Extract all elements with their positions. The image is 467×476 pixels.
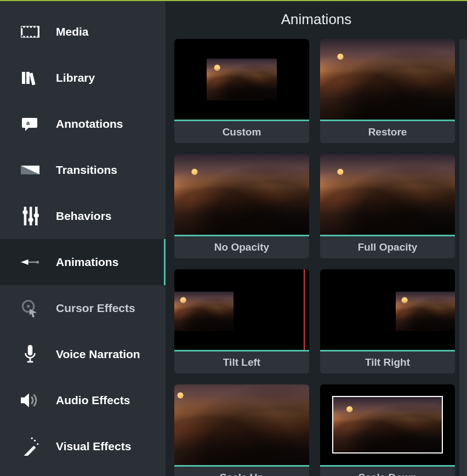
sidebar-item-label: Visual Effects [56, 440, 131, 453]
animation-card-tilt-right[interactable]: Tilt Right [320, 269, 455, 373]
svg-rect-3 [25, 26, 26, 28]
sidebar-item-visual-effects[interactable]: Visual Effects [0, 423, 166, 469]
sidebar-item-label: Voice Narration [56, 348, 140, 361]
sidebar-item-audio-effects[interactable]: Audio Effects [0, 377, 166, 423]
playhead-line [304, 269, 305, 350]
scrollbar[interactable] [459, 39, 467, 476]
animation-label: Tilt Right [320, 352, 455, 373]
motion-icon [21, 253, 39, 271]
sidebar-item-media[interactable]: Media [0, 9, 166, 55]
svg-rect-36 [22, 446, 36, 456]
animation-thumb [320, 384, 455, 467]
animation-thumb [320, 154, 455, 236]
svg-marker-16 [25, 128, 29, 131]
animation-label: Tilt Left [174, 352, 309, 373]
animation-card-scale-down[interactable]: Scale Down [320, 384, 455, 476]
svg-rect-4 [29, 26, 30, 28]
sidebar-item-annotations[interactable]: a Annotations [0, 101, 166, 147]
svg-rect-14 [29, 73, 35, 86]
svg-rect-24 [29, 218, 33, 222]
svg-rect-2 [21, 26, 23, 28]
animation-thumb [174, 269, 309, 352]
animations-panel: Animations Custom Restore No Opacity Ful… [166, 1, 467, 476]
sidebar-item-label: Media [56, 25, 89, 38]
sidebar-item-label: Behaviors [56, 209, 112, 223]
annotation-icon: a [21, 115, 39, 133]
svg-rect-20 [24, 207, 27, 225]
microphone-icon [21, 345, 39, 364]
animation-card-scale-up[interactable]: Scale Up [174, 384, 309, 476]
svg-rect-7 [21, 35, 23, 37]
svg-rect-32 [28, 345, 33, 355]
sidebar-item-label: Transitions [56, 163, 117, 177]
svg-rect-21 [30, 207, 32, 225]
panel-title: Animations [166, 1, 467, 39]
sidebar-item-cursor-effects[interactable]: Cursor Effects [0, 285, 166, 331]
sidebar-item-label: Animations [56, 256, 118, 269]
svg-rect-5 [32, 26, 33, 28]
animation-label: Full Opacity [320, 236, 455, 258]
sidebar-item-library[interactable]: Library [0, 55, 166, 101]
film-icon [21, 22, 39, 41]
svg-text:a: a [26, 120, 30, 126]
sliders-icon [21, 207, 39, 225]
speaker-icon [21, 391, 39, 410]
svg-point-28 [36, 260, 39, 263]
sidebar-item-label: Cursor Effects [56, 302, 135, 315]
animation-card-full-opacity[interactable]: Full Opacity [320, 154, 455, 258]
animation-label: Restore [320, 121, 455, 143]
sidebar-item-label: Annotations [56, 117, 123, 131]
animation-thumb [320, 39, 455, 121]
transition-icon [21, 161, 39, 179]
svg-rect-11 [36, 35, 37, 37]
svg-point-38 [37, 443, 38, 445]
svg-rect-10 [32, 35, 33, 37]
animation-card-tilt-left[interactable]: Tilt Left [174, 269, 309, 373]
sidebar-item-transitions[interactable]: Transitions [0, 147, 166, 193]
svg-rect-25 [34, 213, 39, 217]
svg-point-37 [34, 440, 36, 441]
svg-rect-12 [22, 72, 25, 84]
animation-card-restore[interactable]: Restore [320, 39, 455, 143]
svg-point-30 [27, 305, 30, 308]
svg-rect-6 [36, 26, 37, 28]
animation-label: Custom [174, 121, 309, 143]
sidebar-item-voice-narration[interactable]: Voice Narration [0, 331, 166, 377]
svg-rect-23 [22, 211, 27, 214]
svg-rect-8 [25, 35, 26, 37]
animation-thumb [174, 154, 309, 236]
sidebar-item-behaviors[interactable]: Behaviors [0, 193, 166, 239]
svg-rect-1 [22, 28, 38, 36]
svg-marker-26 [21, 259, 29, 265]
animation-card-custom[interactable]: Custom [174, 39, 309, 143]
animation-label: Scale Down [320, 467, 455, 476]
svg-marker-35 [21, 393, 29, 407]
svg-rect-13 [26, 72, 30, 84]
animation-thumb [174, 384, 309, 467]
sidebar: Media Library a Annotations Transitions … [0, 1, 166, 476]
animation-thumb [174, 39, 309, 121]
books-icon [21, 69, 39, 87]
sidebar-item-label: Audio Effects [56, 394, 130, 407]
wand-icon [21, 437, 39, 456]
animation-thumb [320, 269, 455, 352]
animation-label: Scale Up [174, 467, 309, 476]
cursor-icon [21, 299, 39, 318]
animation-card-no-opacity[interactable]: No Opacity [174, 154, 309, 258]
animation-label: No Opacity [174, 236, 309, 258]
animations-grid: Custom Restore No Opacity Full Opacity T… [166, 39, 467, 476]
sidebar-item-label: Library [56, 71, 95, 84]
svg-rect-9 [29, 35, 30, 37]
svg-point-39 [31, 438, 33, 439]
sidebar-item-animations[interactable]: Animations [0, 239, 166, 285]
